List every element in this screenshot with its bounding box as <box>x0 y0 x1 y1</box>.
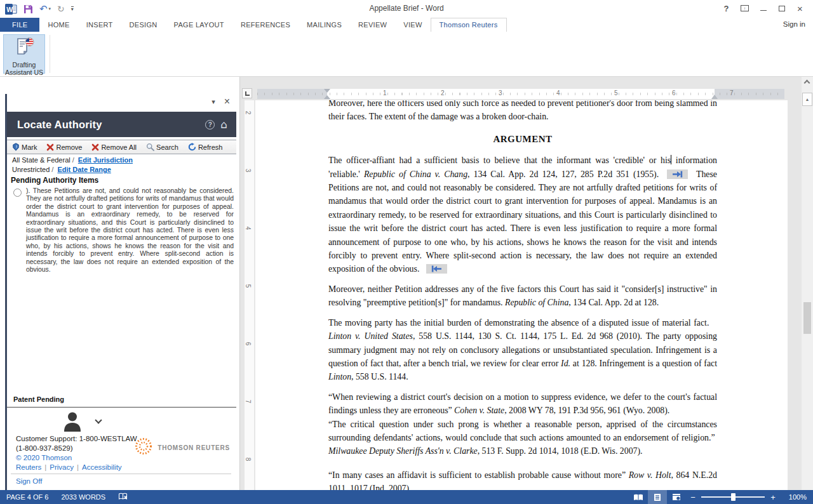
remove-x-icon <box>46 143 54 151</box>
document-page[interactable]: Moreover, here the officers used only su… <box>255 100 788 490</box>
v-ruler-number: 6 <box>245 342 252 346</box>
word-count[interactable]: 2033 WORDS <box>61 493 105 501</box>
drafting-assistant-label: DraftingAssistant US <box>5 61 43 76</box>
read-mode-icon[interactable] <box>629 490 648 504</box>
status-right: − + 100% <box>629 490 813 504</box>
tab-view[interactable]: VIEW <box>395 18 430 32</box>
tab-stop-selector[interactable] <box>242 88 252 98</box>
sign-in-link[interactable]: Sign in <box>783 20 805 28</box>
zoom-slider[interactable] <box>701 496 765 498</box>
da-right-arrow-marker-icon[interactable] <box>667 169 688 179</box>
user-account-icon[interactable] <box>63 411 82 434</box>
ribbon-group-separator <box>50 35 50 73</box>
h-ruler-number: 3 <box>499 90 502 96</box>
word-window: W ↶▾ ↻ ▾ Appellate Brief - Word ? ↑ × FI… <box>0 0 813 504</box>
right-indent-marker[interactable] <box>711 95 718 99</box>
hanging-indent-marker[interactable] <box>324 95 330 99</box>
pending-item-radio[interactable] <box>13 189 22 197</box>
word-logo-icon[interactable]: W <box>5 3 17 15</box>
tab-references[interactable]: REFERENCES <box>232 18 299 32</box>
pane-home-icon[interactable]: ⌂ <box>220 120 227 129</box>
zoom-out-icon[interactable]: − <box>686 493 700 502</box>
refresh-button[interactable]: Refresh <box>188 143 223 151</box>
text-run: , 134 Cal. App. 2d at 128. <box>568 298 659 307</box>
undo-icon[interactable]: ↶▾ <box>39 3 51 15</box>
text-run: The officer-affiant had a sufficient bas… <box>328 156 671 165</box>
tab-mailings[interactable]: MAILINGS <box>299 18 350 32</box>
mark-pin-icon <box>12 143 20 151</box>
account-chevron-down-icon[interactable] <box>95 416 102 423</box>
remove-all-x-icon <box>91 143 99 151</box>
status-bar: PAGE 4 OF 6 2033 WORDS − + 100% <box>0 490 813 504</box>
text-run-italic: Linton <box>328 372 351 381</box>
scrollbar-thumb[interactable] <box>803 302 811 334</box>
print-layout-icon[interactable] <box>648 490 667 504</box>
proofing-errors-icon[interactable] <box>118 493 128 502</box>
tab-insert[interactable]: INSERT <box>78 18 121 32</box>
mark-button[interactable]: Mark <box>12 143 37 151</box>
customize-qat-icon[interactable]: ▾ <box>71 3 74 15</box>
pane-menu-icon[interactable]: ▾ <box>212 98 215 106</box>
close-icon[interactable]: × <box>791 1 809 15</box>
customer-support-text: Customer Support: 1-800-WESTLAW (1-800-9… <box>16 434 137 453</box>
document-paragraph: “In many cases an affidavit is sufficien… <box>328 468 717 490</box>
web-layout-icon[interactable] <box>667 490 686 504</box>
tab-home[interactable]: HOME <box>39 18 77 32</box>
h-ruler-number: 5 <box>614 90 618 96</box>
h-ruler-number: 4 <box>556 90 560 96</box>
pane-footer: Customer Support: 1-800-WESTLAW (1-800-9… <box>7 408 236 490</box>
workspace: ▾ × Locate Authority ? ⌂ MarkRemoveRemov… <box>0 77 813 490</box>
remove-button[interactable]: Remove <box>46 143 82 151</box>
save-icon[interactable] <box>24 3 33 15</box>
thomson-reuters-logo-icon <box>134 437 153 458</box>
tab-design[interactable]: DESIGN <box>121 18 166 32</box>
text-run: , 513 F. Supp. 2d 1014, 1018 (E.D. Wis. … <box>478 446 643 456</box>
accessibility-link[interactable]: Accessibility <box>82 463 122 471</box>
document-paragraph: “The critical question under such prong … <box>328 418 717 458</box>
jurisdiction-line: All State & Federal/ Edit Jurisdiction <box>7 154 236 164</box>
pane-dragbar: ▾ × <box>7 94 236 109</box>
remove-all-button[interactable]: Remove All <box>91 143 137 151</box>
edit-date-range-link[interactable]: Edit Date Range <box>57 166 111 173</box>
text-run: “The critical question under such prong … <box>328 420 717 442</box>
collapse-ribbon-icon[interactable] <box>804 80 810 86</box>
tab-thomson-reuters[interactable]: Thomson Reuters <box>431 18 507 32</box>
page-indicator[interactable]: PAGE 4 OF 6 <box>6 493 48 501</box>
minimize-icon[interactable] <box>754 1 772 15</box>
window-title: Appellate Brief - Word <box>0 4 813 13</box>
pending-authority-item[interactable]: ). These Petitions are not, and could no… <box>7 185 236 274</box>
redo-icon[interactable]: ↻ <box>57 3 65 15</box>
privacy-link[interactable]: Privacy <box>50 463 74 471</box>
zoom-level[interactable]: 100% <box>780 493 807 501</box>
tab-stop-icon <box>245 91 250 96</box>
tab-page-layout[interactable]: PAGE LAYOUT <box>166 18 232 32</box>
da-left-arrow-marker-icon[interactable] <box>426 264 447 274</box>
toolbar-button-label: Remove <box>56 143 82 151</box>
scroll-up-icon[interactable]: ▲ <box>802 93 812 106</box>
text-run-italic: Id. <box>561 359 570 368</box>
pane-help-icon[interactable]: ? <box>205 120 215 129</box>
document-content: Moreover, here the officers used only su… <box>328 100 717 490</box>
text-run: , 2008 WY 78, 191 P.3d 956, 961 (Wyo. 20… <box>504 406 669 415</box>
vertical-scrollbar[interactable]: ▲ <box>802 77 813 490</box>
drafting-assistant-icon <box>15 37 34 59</box>
text-run-italic: Linton v. United States <box>328 331 413 341</box>
edit-jurisdiction-link[interactable]: Edit Jurisdiction <box>78 156 133 164</box>
pane-close-icon[interactable]: × <box>224 97 230 106</box>
text-run: at 128. Infringement is a question of fa… <box>570 359 717 368</box>
sign-off-link[interactable]: Sign Off <box>16 477 42 485</box>
tab-file[interactable]: FILE <box>0 18 39 32</box>
document-paragraph: Moreover, neither Petition addresses any… <box>328 282 717 310</box>
ruler-ticks <box>257 93 784 95</box>
v-ruler-number: 8 <box>245 458 252 461</box>
ribbon-display-options-icon[interactable]: ↑ <box>736 1 754 15</box>
zoom-in-icon[interactable]: + <box>766 493 780 502</box>
maximize-icon[interactable] <box>772 1 791 15</box>
first-line-indent-marker[interactable] <box>324 89 330 93</box>
refresh-icon <box>188 143 196 151</box>
tab-review[interactable]: REVIEW <box>350 18 395 32</box>
search-button[interactable]: Search <box>146 143 178 151</box>
help-icon[interactable]: ? <box>717 1 736 15</box>
zoom-slider-thumb[interactable] <box>731 493 736 501</box>
drafting-assistant-button[interactable]: DraftingAssistant US <box>3 34 45 74</box>
